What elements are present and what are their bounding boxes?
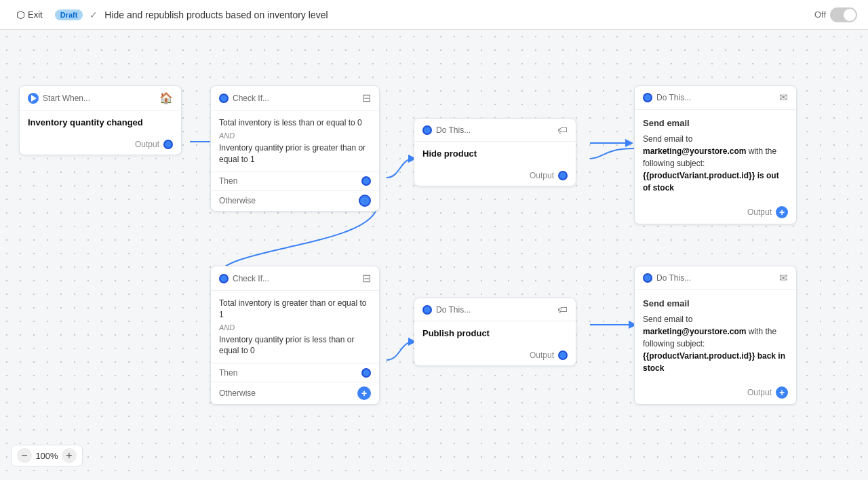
do-this-2-header: Do This... 🏷	[414, 298, 576, 321]
check-if-2-condition1: Total inventory is greater than or equal…	[219, 298, 371, 321]
email-2-output-label: Output	[747, 388, 772, 397]
check-if-2-otherwise-label: Otherwise	[219, 388, 256, 398]
do-this-1-dot	[422, 125, 432, 135]
check-if-2-otherwise-plus[interactable]: +	[357, 386, 371, 400]
do-this-1-label: Do This...	[436, 125, 471, 135]
do-this-2-card: Do This... 🏷 Publish product Output	[414, 298, 576, 366]
play-icon	[31, 95, 37, 102]
email-2-prefix: Send email to	[643, 315, 692, 324]
email-2-output-plus[interactable]: +	[776, 386, 788, 399]
check-if-1-and: AND	[219, 132, 371, 140]
check-if-1-condition2: Inventory quantity prior is greater than…	[219, 142, 371, 165]
check-if-2-otherwise-row: Otherwise +	[211, 382, 379, 404]
email-1-output-plus[interactable]: +	[776, 206, 788, 218]
check-if-2-dot	[219, 274, 229, 283]
check-if-1-condition1: Total inventory is less than or equal to…	[219, 117, 371, 129]
start-when-header: Start When... 🏠	[20, 86, 181, 111]
email-2-intro: Send email	[643, 297, 788, 311]
check-if-1-then-dot	[361, 176, 371, 186]
do-this-email-2-body: Send email Send email to marketing@yours…	[635, 290, 796, 381]
do-this-1-body: Hide product	[414, 142, 576, 165]
do-this-1-title: Hide product	[422, 148, 568, 159]
mail-icon-2: ✉	[779, 272, 788, 284]
topbar: ⬡ Exit Draft ✓ Hide and republish produc…	[0, 0, 868, 30]
do-this-2-dot	[422, 305, 432, 315]
do-this-1-output-label: Output	[530, 171, 554, 180]
zoom-controls: − 100% +	[11, 445, 83, 466]
check-if-1-otherwise-dot	[359, 195, 371, 207]
email-2-subject: {{productVariant.product.id}} back in st…	[643, 351, 785, 373]
check-if-2-then-row: Then	[211, 363, 379, 382]
do-this-email-2-card: Do This... ✉ Send email Send email to ma…	[634, 266, 797, 405]
check-if-1-header: Check If... ⊟	[211, 86, 379, 111]
start-node-dot	[28, 93, 39, 104]
check-if-2-card: Check If... ⊟ Total inventory is greater…	[210, 266, 380, 405]
mail-icon-1: ✉	[779, 92, 788, 104]
toggle-switch[interactable]	[830, 7, 857, 22]
check-if-1-dot	[219, 94, 229, 103]
filter-icon-2: ⊟	[362, 272, 371, 285]
do-this-email-1-header: Do This... ✉	[635, 86, 796, 110]
check-if-2-then-label: Then	[219, 368, 237, 378]
email-1-subject: {{productVariant.product.id}} is out of …	[643, 171, 779, 193]
email-1-prefix: Send email to	[643, 134, 692, 144]
do-this-1-output-dot	[558, 171, 568, 180]
do-this-2-label: Do This...	[436, 305, 471, 315]
email-1-output-label: Output	[747, 207, 772, 217]
check-if-1-then-label: Then	[219, 176, 237, 186]
filter-icon-1: ⊟	[362, 92, 371, 104]
zoom-in-button[interactable]: +	[62, 448, 77, 463]
start-when-card: Start When... 🏠 Inventory quantity chang…	[19, 85, 182, 155]
workflow-canvas: Start When... 🏠 Inventory quantity chang…	[0, 30, 868, 480]
check-if-1-card: Check If... ⊟ Total inventory is less th…	[210, 85, 380, 212]
toggle-knob	[844, 9, 856, 21]
toggle-off-label: Off	[814, 9, 826, 20]
do-this-email-2-header: Do This... ✉	[635, 266, 796, 290]
output-label: Output	[135, 140, 159, 149]
do-this-email-1-label: Do This...	[656, 93, 691, 102]
toggle-area: Off	[814, 7, 857, 22]
check-if-2-body: Total inventory is greater than or equal…	[211, 291, 379, 363]
do-this-email-2-label: Do This...	[656, 273, 691, 283]
tag-icon-2: 🏷	[557, 304, 568, 315]
check-if-2-and: AND	[219, 323, 371, 332]
exit-button[interactable]: ⬡ Exit	[11, 6, 48, 24]
check-icon: ✓	[90, 9, 98, 20]
do-this-2-body: Publish product	[414, 321, 576, 345]
zoom-level: 100%	[35, 451, 59, 461]
exit-icon: ⬡	[16, 9, 25, 21]
start-when-footer: Output	[20, 134, 181, 155]
do-this-email-1-body: Send email Send email to marketing@yours…	[635, 110, 796, 201]
do-this-2-output-label: Output	[530, 351, 554, 360]
tag-icon-1: 🏷	[557, 124, 568, 136]
draft-badge: Draft	[55, 9, 83, 20]
check-if-1-body: Total inventory is less than or equal to…	[211, 111, 379, 172]
do-this-email-2-footer: Output +	[635, 381, 796, 404]
check-if-1-then-row: Then	[211, 172, 379, 190]
exit-label: Exit	[28, 9, 43, 20]
do-this-1-header: Do This... 🏷	[414, 119, 576, 142]
start-when-icon: 🏠	[159, 92, 173, 104]
check-if-1-label: Check If...	[233, 94, 269, 103]
do-this-email-1-dot	[643, 93, 652, 102]
do-this-email-1-footer: Output +	[635, 201, 796, 224]
check-if-2-then-dot	[361, 368, 371, 378]
do-this-1-card: Do This... 🏷 Hide product Output	[414, 118, 576, 186]
email-1-address: marketing@yourstore.com	[643, 146, 746, 156]
do-this-email-1-card: Do This... ✉ Send email Send email to ma…	[634, 85, 797, 224]
email-2-address: marketing@yourstore.com	[643, 327, 746, 336]
output-dot	[163, 140, 173, 149]
check-if-2-label: Check If...	[233, 274, 269, 283]
email-1-intro: Send email	[643, 117, 788, 130]
check-if-2-condition2: Inventory quantity prior is less than or…	[219, 334, 371, 357]
start-when-label: Start When...	[43, 94, 90, 103]
zoom-out-button[interactable]: −	[17, 448, 32, 463]
check-if-1-otherwise-label: Otherwise	[219, 196, 256, 205]
start-when-title: Inventory quantity changed	[28, 117, 173, 127]
page-title: Hide and republish products based on inv…	[104, 9, 808, 20]
start-when-body: Inventory quantity changed	[20, 111, 181, 134]
do-this-2-output-dot	[558, 351, 568, 360]
do-this-2-title: Publish product	[422, 328, 568, 338]
do-this-1-footer: Output	[414, 165, 576, 186]
check-if-1-otherwise-row: Otherwise	[211, 190, 379, 211]
